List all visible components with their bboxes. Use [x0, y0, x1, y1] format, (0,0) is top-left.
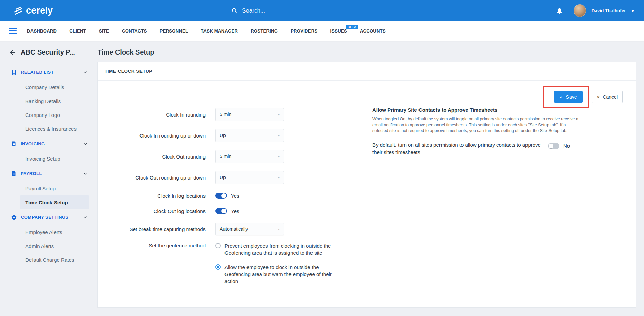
back-arrow-icon[interactable] [9, 49, 16, 56]
user-name[interactable]: David Thalhofer [591, 8, 626, 13]
check-icon: ✓ [560, 94, 563, 100]
bookmark-icon [11, 69, 17, 76]
nav-item-accounts[interactable]: ACCOUNTS [360, 28, 386, 34]
sidebar-item-default-charge-rates[interactable]: Default Charge Rates [20, 253, 89, 267]
sidebar-item-payroll-setup[interactable]: Payroll Setup [20, 182, 89, 195]
search-icon[interactable] [231, 7, 238, 14]
brand[interactable]: cerely [13, 5, 53, 16]
field-label-clock-out-rounding: Clock Out rounding [98, 154, 206, 160]
nav-items: DASHBOARD CLIENT SITE CONTACTS PERSONNEL… [27, 28, 386, 34]
field-label-clock-in-rounding: Clock In rounding [98, 112, 206, 118]
form-row: Set the geofence method Prevent employee… [98, 242, 365, 292]
nav-item-dashboard[interactable]: DASHBOARD [27, 28, 57, 34]
nav-item-personnel[interactable]: PERSONNEL [160, 28, 188, 34]
annotation-save-highlight: ✓ Save [543, 86, 589, 108]
toggle-state-label: Yes [231, 193, 239, 199]
clock-out-up-down-select[interactable]: Up ▾ [215, 171, 284, 184]
form-row: Clock Out rounding 5 min ▾ [98, 149, 365, 164]
close-icon: ✕ [597, 94, 600, 100]
sidebar-section-related-list[interactable]: RELATED LIST [0, 64, 95, 80]
nav-item-site[interactable]: SITE [99, 28, 109, 34]
page-title: Time Clock Setup [98, 48, 644, 56]
cancel-button-label: Cancel [603, 94, 618, 100]
topbar: cerely David Thalhofer ▾ [0, 0, 644, 21]
field-label-clock-in-log-locations: Clock In log locations [98, 193, 206, 199]
radio-unselected-icon[interactable] [215, 243, 221, 248]
sidebar-item-banking-details[interactable]: Banking Details [20, 94, 89, 108]
sidebar-section-invoicing[interactable]: INVOICING [0, 136, 95, 152]
search-input[interactable] [242, 7, 377, 14]
card-header: TIME CLOCK SETUP [98, 62, 636, 81]
field-label-clock-in-up-down: Clock In rounding up or down [98, 133, 206, 139]
chevron-down-icon[interactable] [83, 215, 88, 220]
document-icon [11, 171, 17, 176]
nav-item-task-manager[interactable]: TASK MANAGER [201, 28, 238, 34]
approve-timesheets-toggle[interactable] [548, 143, 559, 149]
radio-selected-icon[interactable] [215, 264, 221, 270]
main-content: Time Clock Setup TIME CLOCK SETUP ✓ Save… [95, 41, 644, 316]
sidebar-item-licences-insurances[interactable]: Licences & Insurances [20, 122, 89, 136]
select-caret-icon: ▾ [278, 176, 280, 180]
chevron-down-icon[interactable] [83, 142, 88, 146]
approve-panel-description: When toggled On, by default the system w… [372, 116, 578, 134]
cerely-logo-icon [13, 6, 23, 16]
sidebar-item-admin-alerts[interactable]: Admin Alerts [20, 239, 89, 253]
user-avatar[interactable] [574, 4, 586, 17]
chevron-down-icon[interactable] [83, 171, 88, 176]
radio-option-label: Allow the employee to clock in outside t… [224, 264, 334, 285]
select-value: 5 min [220, 112, 231, 117]
clock-out-rounding-select[interactable]: 5 min ▾ [215, 150, 284, 163]
user-menu-caret-icon[interactable]: ▾ [631, 8, 634, 13]
clock-in-log-locations-toggle[interactable] [215, 193, 227, 199]
geofence-option-allow-warn[interactable]: Allow the employee to clock in outside t… [215, 264, 334, 285]
field-label-clock-out-up-down: Clock Out rounding up or down [98, 175, 206, 181]
menu-icon[interactable] [9, 28, 17, 34]
sidebar-item-company-logo[interactable]: Company Logo [20, 108, 89, 122]
save-button[interactable]: ✓ Save [554, 91, 583, 103]
select-caret-icon: ▾ [278, 134, 280, 138]
clock-out-log-locations-toggle[interactable] [215, 208, 227, 214]
geofence-option-prevent[interactable]: Prevent employees from clocking in outsi… [215, 242, 334, 256]
form-row: Clock In log locations Yes [98, 191, 365, 201]
time-clock-setup-card: TIME CLOCK SETUP ✓ Save ✕ Cancel [97, 62, 636, 308]
sidebar-item-employee-alerts[interactable]: Employee Alerts [20, 225, 89, 239]
cancel-button[interactable]: ✕ Cancel [592, 91, 623, 103]
topbar-right: David Thalhofer ▾ [556, 4, 634, 17]
nav-item-client[interactable]: CLIENT [69, 28, 86, 34]
nav-item-issues[interactable]: ISSUES BETA [330, 28, 347, 34]
gear-icon [11, 214, 17, 220]
sidebar-item-time-clock-setup[interactable]: Time Clock Setup [20, 195, 89, 209]
card-actions: ✓ Save ✕ Cancel [543, 86, 623, 108]
break-time-methods-select[interactable]: Automatically ▾ [215, 223, 284, 235]
clock-in-rounding-select[interactable]: 5 min ▾ [215, 108, 284, 121]
notifications-bell-icon[interactable] [556, 7, 563, 14]
form-row: Clock In rounding up or down Up ▾ [98, 128, 365, 143]
main-nav: DASHBOARD CLIENT SITE CONTACTS PERSONNEL… [0, 21, 644, 41]
select-caret-icon: ▾ [278, 113, 280, 117]
section-label: PAYROLL [21, 171, 83, 176]
sidebar-section-payroll[interactable]: PAYROLL [0, 166, 95, 182]
nav-item-providers[interactable]: PROVIDERS [291, 28, 317, 34]
select-value: Automatically [220, 226, 248, 232]
form-row: Clock In rounding 5 min ▾ [98, 107, 365, 122]
form-row: Set break time capturing methods Automat… [98, 221, 365, 237]
radio-option-label: Prevent employees from clocking in outsi… [224, 242, 334, 256]
clock-in-up-down-select[interactable]: Up ▾ [215, 129, 284, 142]
toggle-state-label: Yes [231, 208, 239, 214]
sidebar-section-company-settings[interactable]: COMPANY SETTINGS [0, 209, 95, 225]
geofence-radio-group: Prevent employees from clocking in outsi… [215, 242, 334, 292]
nav-item-contacts[interactable]: CONTACTS [122, 28, 147, 34]
field-label-geofence-method: Set the geofence method [98, 242, 206, 248]
form-column: Clock In rounding 5 min ▾ Clock In round… [98, 107, 365, 297]
select-caret-icon: ▾ [278, 155, 280, 159]
select-caret-icon: ▾ [278, 227, 280, 231]
sidebar-item-invoicing-setup[interactable]: Invoicing Setup [20, 152, 89, 166]
global-search [231, 0, 377, 21]
form-row: Clock Out log locations Yes [98, 206, 365, 216]
form-row: Clock Out rounding up or down Up ▾ [98, 170, 365, 185]
select-value: 5 min [220, 154, 231, 159]
chevron-down-icon[interactable] [83, 70, 88, 75]
sidebar-item-company-details[interactable]: Company Details [20, 80, 89, 94]
nav-item-rostering[interactable]: ROSTERING [251, 28, 278, 34]
brand-name: cerely [26, 5, 53, 16]
